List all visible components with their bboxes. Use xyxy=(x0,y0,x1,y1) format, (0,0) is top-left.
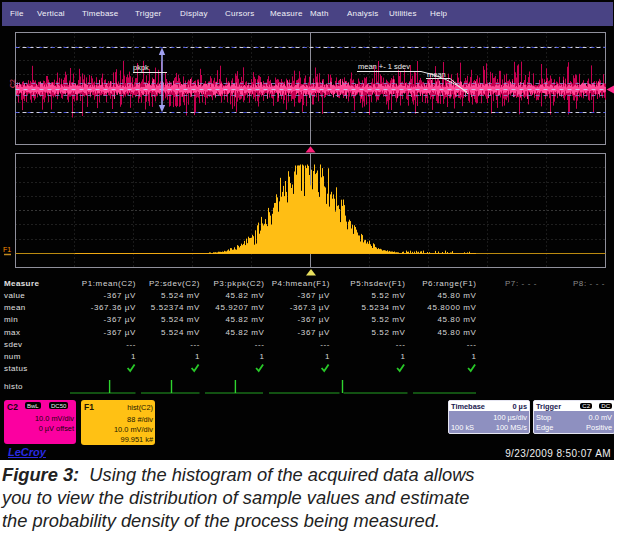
svg-text:mean: mean xyxy=(427,70,446,79)
svg-text:F1: F1 xyxy=(3,246,11,253)
svg-text:mean +- 1 sdev: mean +- 1 sdev xyxy=(358,62,410,71)
svg-text:C2: C2 xyxy=(9,79,16,88)
svg-text:pkpk: pkpk xyxy=(133,63,149,72)
